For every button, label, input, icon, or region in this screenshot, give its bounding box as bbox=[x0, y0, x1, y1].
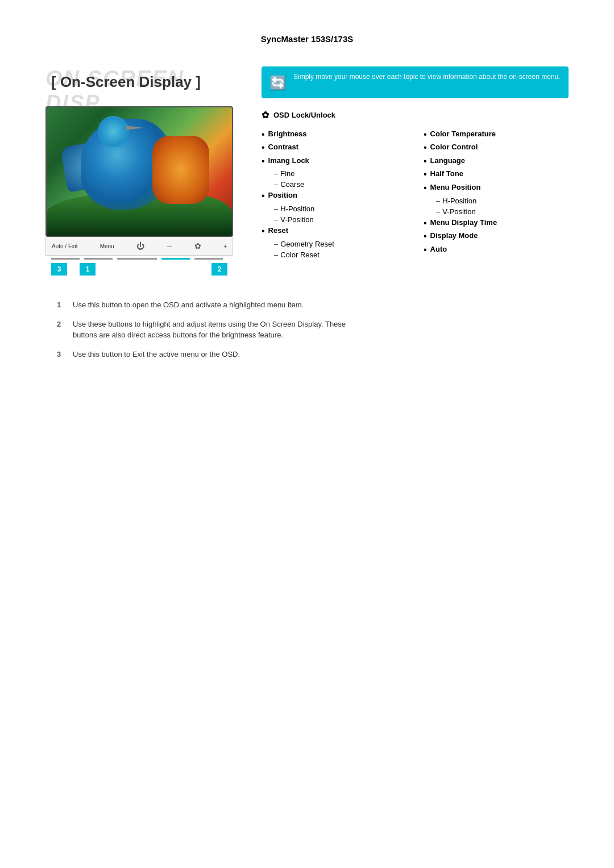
dash-h-position: – bbox=[274, 205, 278, 213]
instructions: 1 Use this button to open the OSD and ac… bbox=[45, 299, 569, 360]
sub-label-color-reset: Color Reset bbox=[280, 251, 320, 259]
sub-label-geometry-reset: Geometry Reset bbox=[280, 240, 334, 248]
menu-label-auto: Auto bbox=[430, 245, 447, 253]
monitor-image bbox=[47, 107, 232, 236]
menu-item-auto[interactable]: • Auto bbox=[424, 245, 569, 255]
sub-label-v-position: V-Position bbox=[280, 215, 314, 224]
bullet-auto: • bbox=[424, 245, 427, 255]
bullet-reset: • bbox=[262, 226, 265, 236]
sub-item-v-position[interactable]: – V-Position bbox=[274, 215, 406, 224]
dash-color-reset: – bbox=[274, 251, 278, 259]
minus-label: — bbox=[167, 243, 172, 249]
monitor-frame bbox=[45, 106, 233, 237]
menu-label-half-tone: Half Tone bbox=[430, 169, 463, 178]
sub-item-geometry-reset[interactable]: – Geometry Reset bbox=[274, 240, 406, 248]
osd-fg-text: [ On-Screen Display ] bbox=[51, 73, 201, 91]
plus-label: + bbox=[223, 243, 227, 249]
left-panel: On Screen Disp [ On-Screen Display ] Aut… bbox=[45, 66, 239, 277]
menu-columns: • Brightness • Contrast • Imang Lock – F… bbox=[262, 130, 569, 261]
bullet-menu-position: • bbox=[424, 183, 427, 193]
controls-bar: Auto / Exit Menu ⏻ — ✿ + bbox=[45, 237, 233, 256]
menu-label-language: Language bbox=[430, 156, 465, 165]
menu-item-menu-display-time[interactable]: • Menu Display Time bbox=[424, 218, 569, 228]
menu-label-contrast: Contrast bbox=[268, 143, 298, 151]
sub-label-h-position: H-Position bbox=[280, 205, 314, 213]
bullet-brightness: • bbox=[262, 130, 265, 140]
info-text: Simply move your mouse over each topic t… bbox=[293, 72, 561, 82]
menu-item-contrast[interactable]: • Contrast bbox=[262, 143, 406, 153]
menu-label-menu-position: Menu Position bbox=[430, 183, 481, 191]
menu-label-menu-display-time: Menu Display Time bbox=[430, 218, 497, 227]
instruction-1: 1 Use this button to open the OSD and ac… bbox=[57, 299, 569, 311]
bird-head bbox=[98, 116, 129, 147]
menu-label-brightness: Brightness bbox=[268, 130, 307, 138]
menu-item-reset[interactable]: • Reset bbox=[262, 226, 406, 236]
slider-2 bbox=[84, 258, 113, 260]
menu-item-imang-lock[interactable]: • Imang Lock bbox=[262, 156, 406, 166]
instruction-num-2: 2 bbox=[57, 319, 65, 341]
osd-header: On Screen Disp [ On-Screen Display ] bbox=[45, 66, 239, 101]
sub-item-h-position[interactable]: – H-Position bbox=[274, 205, 406, 213]
osd-lock-label: OSD Lock/Unlock bbox=[273, 111, 335, 119]
power-icon: ⏻ bbox=[136, 241, 144, 251]
settings-icon: ✿ bbox=[262, 110, 269, 120]
sub-label-fine: Fine bbox=[280, 169, 294, 178]
bullet-half-tone: • bbox=[424, 169, 427, 180]
sub-item-menu-h-position[interactable]: – H-Position bbox=[436, 197, 569, 205]
dash-v-position: – bbox=[274, 215, 278, 224]
menu-label-color-temp: Color Temperature bbox=[430, 130, 496, 138]
bullet-imang-lock: • bbox=[262, 156, 265, 166]
info-icon: 🔄 bbox=[269, 73, 287, 93]
sub-item-fine[interactable]: – Fine bbox=[274, 169, 406, 178]
menu-label-reset: Reset bbox=[268, 226, 288, 235]
instruction-2: 2 Use these buttons to highlight and adj… bbox=[57, 319, 569, 341]
dash-coarse: – bbox=[274, 180, 278, 189]
menu-item-color-temp[interactable]: • Color Temperature bbox=[424, 130, 569, 140]
menu-label-color-control: Color Control bbox=[430, 143, 478, 151]
button-2[interactable]: 2 bbox=[211, 263, 227, 276]
menu-label-position: Position bbox=[268, 191, 297, 199]
menu-col-right: • Color Temperature • Color Control • La… bbox=[424, 130, 569, 261]
slider-1 bbox=[51, 258, 80, 260]
bullet-language: • bbox=[424, 156, 427, 166]
sub-label-coarse: Coarse bbox=[280, 180, 304, 189]
dash-menu-v-position: – bbox=[436, 207, 440, 216]
menu-item-display-mode[interactable]: • Display Mode bbox=[424, 231, 569, 241]
button-3[interactable]: 3 bbox=[51, 263, 67, 276]
osd-lock-row[interactable]: ✿ OSD Lock/Unlock bbox=[262, 110, 569, 120]
sub-label-menu-v-position: V-Position bbox=[442, 207, 476, 216]
dash-geometry-reset: – bbox=[274, 240, 278, 248]
bullet-color-control: • bbox=[424, 143, 427, 153]
menu-item-language[interactable]: • Language bbox=[424, 156, 569, 166]
menu-item-menu-position[interactable]: • Menu Position bbox=[424, 183, 569, 193]
instruction-3: 3 Use this button to Exit the active men… bbox=[57, 349, 569, 360]
bullet-menu-display-time: • bbox=[424, 218, 427, 228]
menu-item-position[interactable]: • Position bbox=[262, 191, 406, 201]
dash-fine: – bbox=[274, 169, 278, 178]
instruction-num-1: 1 bbox=[57, 299, 65, 311]
sub-item-color-reset[interactable]: – Color Reset bbox=[274, 251, 406, 259]
dash-menu-h-position: – bbox=[436, 197, 440, 205]
slider-4 bbox=[161, 258, 190, 260]
bullet-contrast: • bbox=[262, 143, 265, 153]
orange-body bbox=[152, 136, 209, 204]
instruction-text-1: Use this button to open the OSD and acti… bbox=[73, 299, 304, 311]
button-1[interactable]: 1 bbox=[80, 263, 96, 276]
instruction-text-2: Use these buttons to highlight and adjus… bbox=[73, 319, 357, 341]
slider-5 bbox=[194, 258, 223, 260]
menu-label-display-mode: Display Mode bbox=[430, 231, 478, 240]
info-box: 🔄 Simply move your mouse over each topic… bbox=[262, 66, 569, 98]
right-panel: 🔄 Simply move your mouse over each topic… bbox=[262, 66, 569, 261]
menu-item-brightness[interactable]: • Brightness bbox=[262, 130, 406, 140]
instruction-text-3: Use this button to Exit the active menu … bbox=[73, 349, 240, 360]
auto-exit-label: Auto / Exit bbox=[52, 243, 78, 249]
sub-item-coarse[interactable]: – Coarse bbox=[274, 180, 406, 189]
page-title: SyncMaster 153S/173S bbox=[45, 34, 569, 44]
menu-item-half-tone[interactable]: • Half Tone bbox=[424, 169, 569, 180]
bullet-color-temp: • bbox=[424, 130, 427, 140]
bullet-display-mode: • bbox=[424, 231, 427, 241]
bullet-position: • bbox=[262, 191, 265, 201]
menu-item-color-control[interactable]: • Color Control bbox=[424, 143, 569, 153]
instruction-num-3: 3 bbox=[57, 349, 65, 360]
sub-item-menu-v-position[interactable]: – V-Position bbox=[436, 207, 569, 216]
